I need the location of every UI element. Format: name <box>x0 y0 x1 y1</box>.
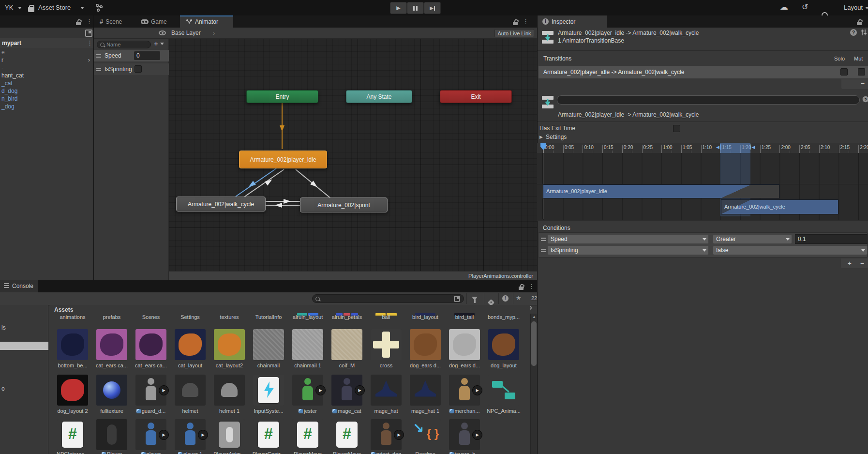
timeline-bar-walk-cycle[interactable]: Armature_002|walk_cycle <box>721 199 838 214</box>
layout-menu[interactable]: Layout <box>844 4 863 11</box>
tab-game[interactable]: Game <box>141 15 167 28</box>
asset-item[interactable]: bottom_be... <box>54 329 91 369</box>
has-exit-time-checkbox[interactable] <box>673 125 680 132</box>
asset-item[interactable]: dog_ears d... <box>406 329 444 369</box>
account-menu[interactable]: YK <box>5 4 13 11</box>
state-node-player-idle[interactable]: Armature_002|player_idle <box>239 151 327 168</box>
solo-checkbox[interactable] <box>840 68 848 76</box>
hierarchy-item[interactable]: hant_cat <box>0 72 94 79</box>
hierarchy-item[interactable]: e <box>0 48 94 56</box>
asset-folder[interactable]: bonds_myp... <box>485 310 523 324</box>
play-badge-icon[interactable]: ▶ <box>198 430 208 440</box>
condition-parameter-dropdown[interactable]: IsSprinting <box>547 245 709 255</box>
animator-kebab-icon[interactable]: ⋮ <box>523 18 529 25</box>
help-icon[interactable]: ? <box>850 29 857 36</box>
asset-item[interactable]: ▶guard_d... <box>132 375 170 415</box>
auto-live-link-button[interactable]: Auto Live Link <box>494 29 534 37</box>
asset-item[interactable]: fulltexture <box>93 375 131 415</box>
search-by-type-icon[interactable] <box>472 297 478 301</box>
left-panel-kebab-icon[interactable]: ⋮ <box>86 18 92 25</box>
hierarchy-item[interactable]: n_bird <box>0 95 94 103</box>
folder-tree-item[interactable]: ls <box>1 324 6 331</box>
mute-checkbox[interactable] <box>858 68 865 76</box>
asset-item[interactable]: PlayerContr... <box>250 419 287 454</box>
asset-item[interactable]: ▶player 1 <box>171 419 209 454</box>
console-kebab-icon[interactable]: ⋮ <box>528 283 535 290</box>
step-button[interactable]: ▶ <box>424 2 441 14</box>
condition-operator-dropdown[interactable]: Greater <box>713 234 792 244</box>
asset-item[interactable]: cat_ears ca... <box>93 329 131 369</box>
timeline-bar-player-idle[interactable]: Armature_002|player_idle <box>543 184 779 198</box>
asset-item[interactable]: ▶player <box>132 419 170 454</box>
asset-folder[interactable]: ball <box>367 310 405 324</box>
asset-item[interactable]: helmet <box>171 375 209 415</box>
asset-store-button[interactable]: Asset Store <box>38 4 71 11</box>
play-badge-icon[interactable]: ▶ <box>159 385 169 395</box>
play-badge-icon[interactable]: ▶ <box>394 430 404 440</box>
parameter-search-input[interactable]: Name <box>97 41 151 48</box>
asset-item[interactable]: dog_layout <box>485 329 523 369</box>
asset-item[interactable]: NPC_Anima... <box>485 375 523 415</box>
asset-item[interactable]: ▶tavern_b... <box>446 419 483 454</box>
asset-item[interactable]: chainmail <box>250 329 287 369</box>
asset-item[interactable]: dog_ears d... <box>446 329 483 369</box>
drag-handle-icon[interactable] <box>96 54 101 58</box>
hierarchy-item[interactable]: - <box>0 64 94 72</box>
add-parameter-button[interactable]: + <box>154 39 158 47</box>
animator-graph[interactable]: Entry Any State Exit Armature_002|player… <box>169 39 537 271</box>
folder-tree-item[interactable]: o <box>1 385 5 392</box>
asset-item[interactable]: cat_layout2 <box>210 329 248 369</box>
popout-icon[interactable] <box>85 30 92 37</box>
play-badge-icon[interactable]: ▶ <box>159 430 169 440</box>
asset-folder[interactable]: prefabs <box>93 310 131 324</box>
hierarchy-item[interactable]: _dog <box>0 103 94 110</box>
settings-foldout-icon[interactable]: ▶ <box>539 135 543 139</box>
asset-folder[interactable]: alruin_layout <box>289 310 327 324</box>
add-condition-button[interactable]: + <box>848 259 852 267</box>
folder-tree-selected-item[interactable] <box>0 342 48 350</box>
asset-item[interactable]: PlayerMove <box>328 419 366 454</box>
asset-item[interactable]: ▶jester <box>289 375 327 415</box>
scrollbar-thumb[interactable] <box>531 321 537 366</box>
version-control-icon[interactable] <box>95 3 104 12</box>
pause-button[interactable] <box>407 2 424 14</box>
transition-window-ruler-highlight[interactable] <box>720 143 750 153</box>
asset-item[interactable]: mage_hat <box>367 375 405 415</box>
asset-folder[interactable]: bird_tail <box>446 310 483 324</box>
left-panel-lock-icon[interactable] <box>76 22 81 25</box>
timeline-ruler[interactable]: 0:000:050:100:150:200:251:001:051:101:15… <box>537 143 868 153</box>
hierarchy-item[interactable]: _cat <box>0 79 94 87</box>
condition-operator-dropdown[interactable]: false <box>713 245 868 255</box>
inspector-lock-icon[interactable] <box>857 22 862 25</box>
favorites-star-icon[interactable]: ★ <box>516 294 522 302</box>
project-scrollbar[interactable]: ▲ <box>530 314 538 454</box>
asset-item[interactable]: chainmail 1 <box>289 329 327 369</box>
asset-item[interactable]: helmet 1 <box>210 375 248 415</box>
asset-item[interactable]: cat_layout <box>171 329 209 369</box>
asset-folder[interactable]: Settings <box>171 310 209 324</box>
asset-item[interactable]: ▶merchan... <box>446 375 483 415</box>
asset-item[interactable]: PlayerMove <box>289 419 327 454</box>
condition-value-field[interactable]: 0.1 <box>795 234 868 244</box>
drag-handle-icon[interactable] <box>541 238 546 241</box>
parameter-value-field[interactable]: 0 <box>134 51 160 60</box>
asset-folder[interactable]: TutorialInfo <box>250 310 287 324</box>
asset-item[interactable]: Readme <box>406 419 444 454</box>
asset-folder[interactable]: bird_layout <box>406 310 444 324</box>
project-search-input[interactable] <box>312 294 464 303</box>
transition-name-field[interactable] <box>557 95 860 105</box>
remove-transition-button[interactable]: − <box>861 79 865 87</box>
asset-item[interactable]: ▶mage_cat <box>328 375 366 415</box>
asset-item[interactable]: mage_hat 1 <box>406 375 444 415</box>
help-icon[interactable]: ? <box>863 96 868 103</box>
hierarchy-header[interactable]: mypart ⋮ <box>0 38 94 48</box>
asset-item[interactable]: Player <box>93 419 131 454</box>
tab-animator[interactable]: Animator <box>180 15 233 28</box>
state-node-walk-cycle[interactable]: Armature_002|walk_cycle <box>176 197 266 212</box>
expand-chevron-icon[interactable]: › <box>88 56 90 64</box>
asset-folder[interactable]: textures <box>210 310 248 324</box>
play-badge-icon[interactable]: ▶ <box>355 385 365 395</box>
tab-console[interactable]: Console <box>0 280 38 292</box>
cloud-icon[interactable]: ☁ <box>780 2 788 12</box>
asset-item[interactable]: NPCInterac... <box>54 419 91 454</box>
